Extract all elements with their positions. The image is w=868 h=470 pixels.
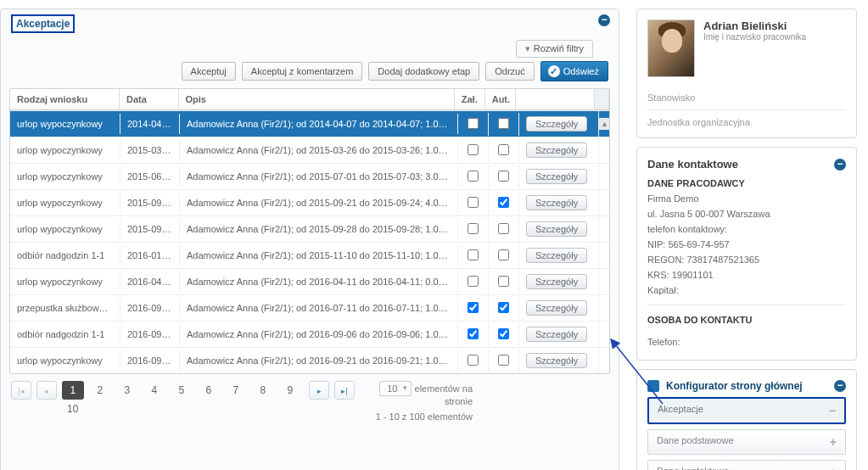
cell-attachment	[458, 350, 489, 372]
col-type[interactable]: Rodzaj wniosku	[10, 89, 120, 110]
col-details	[516, 89, 595, 110]
attachment-checkbox[interactable]	[468, 144, 479, 155]
author-checkbox[interactable]	[498, 355, 509, 366]
details-button[interactable]: Szczegóły	[526, 116, 587, 131]
configurator-item[interactable]: Dane podstawowe+	[647, 429, 846, 455]
details-button[interactable]: Szczegóły	[526, 274, 587, 289]
author-checkbox[interactable]	[498, 171, 509, 182]
contact-tel: Telefon:	[647, 334, 846, 350]
table-row[interactable]: urlop wypoczynkowy2015-06-29Adamowicz An…	[10, 163, 609, 189]
details-button[interactable]: Szczegóły	[526, 248, 587, 263]
scroll-up-icon[interactable]: ▲	[600, 118, 609, 130]
attachment-checkbox[interactable]	[468, 197, 479, 208]
attachment-checkbox[interactable]	[468, 302, 479, 313]
configurator-item-label: Dane podstawowe	[657, 435, 734, 449]
page-2[interactable]: 2	[89, 381, 111, 400]
cell-desc: Adamowicz Anna (Fir2/1); od 2015-09-28 d…	[180, 219, 458, 239]
author-checkbox[interactable]	[498, 328, 509, 339]
accept-button[interactable]: Akceptuj	[182, 62, 236, 81]
prev-page-button[interactable]: ◂	[36, 381, 57, 400]
page-3[interactable]: 3	[116, 381, 138, 400]
last-page-button[interactable]: ▸|	[334, 381, 355, 400]
cell-type: urlop wypoczynkowy	[10, 166, 120, 187]
scrollbar-head	[595, 89, 609, 110]
table-row[interactable]: urlop wypoczynkowy2014-04-07Adamowicz An…	[10, 110, 609, 137]
configurator-item-label: Akceptacje	[658, 404, 703, 417]
next-page-button[interactable]: ▸	[309, 381, 329, 400]
accept-comment-button[interactable]: Akceptuj z komentarzem	[242, 62, 362, 81]
table-row[interactable]: odbiór nadgodzin 1-12016-09-05Adamowicz …	[10, 321, 609, 347]
page-1[interactable]: 1	[62, 381, 84, 400]
cell-details: Szczegóły	[519, 111, 599, 137]
page-4[interactable]: 4	[143, 381, 165, 400]
collapse-icon[interactable]: −	[598, 14, 610, 26]
configurator-item[interactable]: Akceptacje−	[647, 397, 846, 424]
page-9[interactable]: 9	[279, 381, 301, 400]
author-checkbox[interactable]	[498, 249, 509, 260]
configurator-item[interactable]: Dane kontaktowe+	[647, 460, 846, 470]
table-row[interactable]: urlop wypoczynkowy2016-09-21Adamowicz An…	[10, 347, 609, 373]
cell-date: 2016-01-08	[120, 245, 180, 266]
attachment-checkbox[interactable]	[468, 328, 479, 339]
col-desc[interactable]: Opis	[179, 89, 455, 110]
cell-details: Szczegóły	[519, 216, 599, 242]
reject-button[interactable]: Odrzuć	[485, 62, 534, 81]
cell-type: urlop wypoczynkowy	[10, 271, 120, 292]
attachment-checkbox[interactable]	[468, 355, 479, 366]
box-icon	[647, 380, 659, 392]
unit-label: Jednostka organizacyjna	[647, 117, 846, 127]
attachment-checkbox[interactable]	[468, 171, 479, 182]
details-button[interactable]: Szczegóły	[526, 327, 587, 342]
add-stage-button[interactable]: Dodaj dodatkowy etap	[368, 62, 479, 81]
details-button[interactable]: Szczegóły	[526, 195, 587, 210]
panel-title: Akceptacje	[11, 14, 75, 33]
author-checkbox[interactable]	[498, 118, 509, 129]
attachment-checkbox[interactable]	[468, 249, 479, 260]
plus-icon: +	[830, 435, 837, 449]
table-row[interactable]: urlop wypoczynkowy2015-09-21Adamowicz An…	[10, 215, 609, 242]
refresh-button[interactable]: ✓Odśwież	[540, 61, 608, 81]
cell-details: Szczegóły	[519, 190, 599, 215]
cell-details: Szczegóły	[519, 243, 599, 268]
attachment-checkbox[interactable]	[468, 276, 479, 287]
details-button[interactable]: Szczegóły	[526, 353, 587, 368]
table-row[interactable]: urlop wypoczynkowy2016-04-11Adamowicz An…	[10, 268, 609, 294]
details-button[interactable]: Szczegóły	[526, 221, 587, 237]
cell-desc: Adamowicz Anna (Fir2/1); od 2015-09-21 d…	[180, 193, 458, 213]
page-10[interactable]: 10	[62, 400, 84, 418]
page-6[interactable]: 6	[198, 381, 220, 400]
attachment-checkbox[interactable]	[468, 223, 479, 234]
author-checkbox[interactable]	[498, 276, 509, 287]
details-button[interactable]: Szczegóły	[526, 169, 587, 184]
author-checkbox[interactable]	[498, 197, 509, 208]
table-row[interactable]: urlop wypoczynkowy2015-03-26Adamowicz An…	[10, 137, 609, 163]
col-author[interactable]: Aut.	[485, 89, 516, 110]
first-page-button[interactable]: |◂	[11, 381, 31, 400]
attachment-checkbox[interactable]	[468, 118, 479, 129]
contact-title: Dane kontaktowe	[647, 158, 738, 171]
table-row[interactable]: przepustka służbowa - p…2016-09-05Adamow…	[10, 294, 609, 321]
cell-details: Szczegóły	[519, 137, 599, 163]
author-checkbox[interactable]	[498, 302, 509, 313]
author-checkbox[interactable]	[498, 144, 509, 155]
page-5[interactable]: 5	[171, 381, 193, 400]
collapse-icon[interactable]: −	[834, 380, 846, 392]
page-size-select[interactable]: 10	[379, 381, 412, 396]
cell-type: odbiór nadgodzin 1-1	[10, 245, 120, 266]
cell-attachment	[458, 297, 489, 320]
configurator-card: Konfigurator strony głównej − Akceptacje…	[636, 369, 857, 470]
expand-filters-button[interactable]: Rozwiń filtry	[516, 40, 593, 58]
collapse-icon[interactable]: −	[834, 159, 846, 171]
details-button[interactable]: Szczegóły	[526, 143, 587, 158]
page-7[interactable]: 7	[225, 381, 247, 400]
details-button[interactable]: Szczegóły	[526, 300, 587, 316]
cell-author	[489, 271, 519, 294]
cell-type: przepustka służbowa - p…	[10, 298, 120, 318]
chevron-down-icon	[525, 43, 534, 53]
page-8[interactable]: 8	[252, 381, 274, 400]
col-attachment[interactable]: Zał.	[455, 89, 485, 110]
author-checkbox[interactable]	[498, 223, 509, 234]
col-date[interactable]: Data	[120, 89, 179, 110]
table-row[interactable]: odbiór nadgodzin 1-12016-01-08Adamowicz …	[10, 242, 609, 268]
table-row[interactable]: urlop wypoczynkowy2015-09-21Adamowicz An…	[10, 189, 609, 215]
